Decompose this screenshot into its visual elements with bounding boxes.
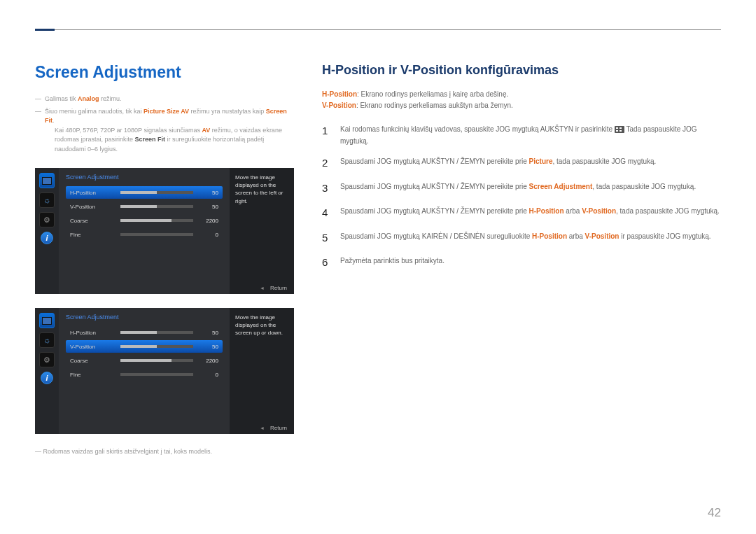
osd-menu-row: V-Position50 <box>66 340 223 353</box>
text: . <box>52 117 55 124</box>
osd-row-label: Fine <box>70 372 115 378</box>
osd-menu: Screen Adjustment H-Position50V-Position… <box>59 308 230 434</box>
text: režimu yra nustatytas kaip <box>189 108 266 115</box>
osd-row-slider <box>120 191 193 194</box>
osd-row-value: 0 <box>199 232 218 238</box>
text: : Ekrano rodinys perkeliamas aukštyn arb… <box>356 101 513 109</box>
text: Kai 480P, 576P, 720P ar 1080P signalas s… <box>55 127 202 134</box>
osd-screenshot-2: Screen Adjustment H-Position50V-Position… <box>35 308 294 434</box>
osd-row-label: Fine <box>70 232 115 238</box>
text: Kai rodomas funkcinių klavišų vadovas, s… <box>340 125 615 133</box>
step-number: 6 <box>322 253 332 272</box>
highlight: H-Position <box>532 232 567 240</box>
highlight: V-Position <box>322 101 356 109</box>
osd-row-value: 2200 <box>199 358 218 364</box>
highlight: Analog <box>78 95 99 102</box>
highlight: AV <box>202 127 211 134</box>
highlight: Screen Fit <box>135 136 166 143</box>
info-icon <box>41 372 53 384</box>
settings-icon <box>39 352 55 367</box>
step-number: 4 <box>322 204 332 222</box>
highlight: Picture <box>529 157 553 165</box>
osd-row-slider <box>120 233 193 236</box>
osd-row-value: 50 <box>199 330 218 336</box>
page-top-rule <box>35 29 721 30</box>
brightness-icon <box>39 192 55 208</box>
text: Spausdami JOG mygtuką AUKŠTYN / ŽEMYN pe… <box>340 157 529 165</box>
notes-list: Galimas tik Analog režimu. Šiuo meniu ga… <box>35 94 294 154</box>
definition-h-position: H-Position: Ekrano rodinys perkeliamas į… <box>322 89 721 99</box>
info-icon <box>41 232 53 244</box>
model-note: Rodomas vaizdas gali skirtis atsižvelgia… <box>35 448 294 455</box>
osd-rows-2: H-Position50V-Position50Coarse2200Fine0 <box>66 326 223 381</box>
osd-menu-row: Coarse2200 <box>66 214 223 227</box>
text: ir paspauskite JOG mygtuką. <box>619 232 710 240</box>
brightness-icon <box>39 332 55 348</box>
highlight: H-Position <box>322 90 357 98</box>
step-4: 4 Spausdami JOG mygtuką AUKŠTYN / ŽEMYN … <box>322 204 721 222</box>
note-2: Šiuo meniu galima naudotis, tik kai Pict… <box>35 107 294 155</box>
left-column: Screen Adjustment Galimas tik Analog rež… <box>35 63 294 455</box>
osd-row-slider <box>120 205 193 208</box>
osd-row-value: 2200 <box>199 218 218 224</box>
osd-sidebar <box>35 168 59 294</box>
section-heading: Screen Adjustment <box>35 63 294 82</box>
osd-screenshot-1: Screen Adjustment H-Position50V-Position… <box>35 168 294 294</box>
step-body: Spausdami JOG mygtuką KAIRĖN / DEŠINĖN s… <box>340 229 721 247</box>
text: Spausdami JOG mygtuką KAIRĖN / DEŠINĖN s… <box>340 232 532 240</box>
step-3: 3 Spausdami JOG mygtuką AUKŠTYN / ŽEMYN … <box>322 179 721 197</box>
step-6: 6 Pažymėta parinktis bus pritaikyta. <box>322 253 721 272</box>
page-top-accent <box>35 29 55 31</box>
highlight: V-Position <box>582 207 616 215</box>
step-body: Spausdami JOG mygtuką AUKŠTYN / ŽEMYN pe… <box>340 204 721 222</box>
osd-menu-row: Coarse2200 <box>66 354 223 367</box>
step-number: 5 <box>322 229 332 247</box>
page-number: 42 <box>708 506 721 520</box>
osd-row-slider <box>120 359 193 362</box>
step-body: Spausdami JOG mygtuką AUKŠTYN / ŽEMYN pe… <box>340 154 721 172</box>
text: , tada paspauskite JOG mygtuką. <box>616 207 720 215</box>
osd-title: Screen Adjustment <box>66 174 223 181</box>
osd-row-slider <box>120 373 193 376</box>
text: , tada paspauskite JOG mygtuką. <box>592 183 696 190</box>
step-number: 1 <box>322 122 332 147</box>
note-2-sub: Kai 480P, 576P, 720P ar 1080P signalas s… <box>45 126 294 155</box>
highlight: V-Position <box>585 232 620 240</box>
osd-row-label: Coarse <box>70 218 115 224</box>
text: , tada paspauskite JOG mygtuką. <box>552 157 656 165</box>
osd-sidebar <box>35 308 59 434</box>
back-arrow-icon <box>260 425 265 431</box>
osd-menu-row: Fine0 <box>66 368 223 381</box>
osd-menu-row: V-Position50 <box>66 200 223 213</box>
osd-row-label: V-Position <box>70 204 115 210</box>
settings-icon <box>39 212 55 227</box>
highlight: Screen Adjustment <box>529 183 593 190</box>
text: Šiuo meniu galima naudotis, tik kai <box>45 108 144 115</box>
osd-row-value: 0 <box>199 372 218 378</box>
step-5: 5 Spausdami JOG mygtuką KAIRĖN / DEŠINĖN… <box>322 229 721 247</box>
step-1: 1 Kai rodomas funkcinių klavišų vadovas,… <box>322 122 721 147</box>
osd-row-label: Coarse <box>70 358 115 364</box>
page-body: Screen Adjustment Galimas tik Analog rež… <box>0 0 756 479</box>
steps-list: 1 Kai rodomas funkcinių klavišų vadovas,… <box>322 122 721 272</box>
osd-row-label: V-Position <box>70 344 115 350</box>
osd-footer: Return <box>260 425 287 431</box>
osd-menu: Screen Adjustment H-Position50V-Position… <box>59 168 230 294</box>
osd-row-slider <box>120 219 193 222</box>
menu-icon <box>615 126 624 133</box>
step-number: 2 <box>322 154 332 172</box>
text: Spausdami JOG mygtuką AUKŠTYN / ŽEMYN pe… <box>340 207 529 215</box>
osd-row-value: 50 <box>199 344 218 350</box>
osd-title: Screen Adjustment <box>66 314 223 321</box>
subsection-heading: H-Position ir V-Position konfigūravimas <box>322 63 721 78</box>
text: Galimas tik <box>45 95 78 102</box>
highlight: Picture Size AV <box>144 108 189 115</box>
osd-row-label: H-Position <box>70 330 115 336</box>
text: : Ekrano rodinys perkeliamas į kairę arb… <box>357 90 508 98</box>
osd-rows-1: H-Position50V-Position50Coarse2200Fine0 <box>66 186 223 241</box>
osd-row-label: H-Position <box>70 190 115 196</box>
text: režimu. <box>99 95 122 102</box>
osd-menu-row: H-Position50 <box>66 326 223 339</box>
osd-row-slider <box>120 331 193 334</box>
text: Spausdami JOG mygtuką AUKŠTYN / ŽEMYN pe… <box>340 183 529 190</box>
